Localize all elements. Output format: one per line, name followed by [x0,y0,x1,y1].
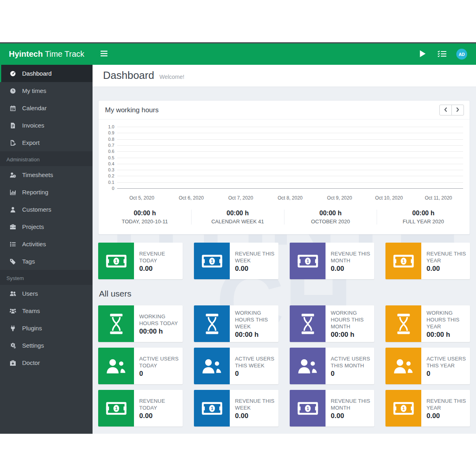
hourglass-icon [98,305,134,342]
svg-text:1: 1 [402,406,404,410]
y-axis-tick-label: 0.8 [108,137,114,142]
tile-label: REVENUE THIS MONTH [331,250,372,264]
y-axis-tick-label: 0.2 [108,173,114,178]
brand-bold: Hyintech [9,49,43,59]
stat-value: 00:00 h [284,210,377,217]
chart-next-button[interactable] [451,105,464,115]
tile-value: 0 [235,370,276,378]
brand-logo[interactable]: Hyintech Time Track [0,43,93,65]
tile-body: ACTIVE USERS TODAY0 [134,348,183,384]
users-group-icon [290,348,326,384]
medical-icon [9,360,17,366]
hamburger-icon [101,51,107,58]
x-axis-tick-label: Oct 8, 2020 [266,195,315,201]
tile-active-users-this-week: ACTIVE USERS THIS WEEK0 [194,348,278,384]
y-axis-tick-label: 0.7 [108,143,114,148]
tile-revenue-this-week: 1REVENUE THIS WEEK0.00 [194,390,278,427]
sidebar-item-reporting[interactable]: Reporting [0,183,93,201]
export-icon [9,140,17,146]
chart-prev-button[interactable] [439,105,452,115]
money-bill-icon: 1 [290,390,326,427]
chart-gridline [117,176,463,176]
sidebar-item-projects[interactable]: Projects [0,218,93,235]
tile-value: 0.00 [235,265,276,273]
stat-label: CALENDAR WEEK 41 [192,218,284,225]
clock-icon [9,88,17,94]
sidebar-item-export[interactable]: Export [0,134,93,151]
stat-today-2020-10-11: 00:00 hTODAY, 2020-10-11 [99,210,191,225]
tile-body: REVENUE THIS MONTH0.00 [326,243,374,279]
sidebar-item-settings[interactable]: Settings [0,337,93,354]
y-axis-tick-label: 0.9 [108,130,114,135]
tile-label: WORKING HOURS THIS MONTH [331,309,372,330]
x-axis-labels: Oct 5, 2020Oct 6, 2020Oct 7, 2020Oct 8, … [117,195,463,201]
y-axis-tick-label: 0.5 [108,155,114,160]
stat-label: TODAY, 2020-10-11 [99,218,191,225]
app-window: Hyintech Time Track AD DashboardMy times… [0,42,476,434]
sidebar-item-label: Tags [22,258,35,265]
users-group-icon [194,348,230,384]
sidebar-item-invoices[interactable]: Invoices [0,117,93,134]
tile-body: WORKING HOURS TODAY00:00 h [134,305,183,342]
sidebar-item-teams[interactable]: Teams [0,302,93,319]
sidebar-item-calendar[interactable]: Calendar [0,99,93,117]
tile-active-users-this-year: ACTIVE USERS THIS YEAR0 [385,348,470,384]
tile-value: 0 [427,370,468,378]
money-bill-icon: 1 [194,390,230,427]
sidebar-toggle-button[interactable] [99,49,109,59]
chart-gridline [117,139,463,140]
chart-card-header: My working hours [99,101,470,120]
y-axis-tick-label: 0.6 [108,149,114,154]
y-axis-tick-label: 0.3 [108,167,114,172]
sidebar-item-label: Reporting [22,189,48,196]
play-icon [419,50,426,59]
hourglass-icon [290,305,326,342]
sidebar-item-label: Users [22,290,38,297]
sidebar-item-label: Customers [22,206,52,213]
sidebar-item-doctor[interactable]: Doctor [0,354,93,371]
tile-value: 0.00 [331,265,372,273]
tasks-list-button[interactable] [436,49,448,60]
gears-icon [9,342,17,349]
sidebar-item-label: Settings [22,342,44,349]
tile-value: 00:00 h [427,331,468,339]
plug-icon [9,325,17,332]
topbar-main: AD [93,43,476,65]
revenue-tiles-row: 1REVENUE TODAY0.001REVENUE THIS WEEK0.00… [98,243,470,279]
sidebar-section-system: System [0,270,93,285]
tile-body: WORKING HOURS THIS YEAR00:00 h [421,305,470,342]
tile-label: WORKING HOURS TODAY [139,313,180,327]
sidebar-item-customers[interactable]: Customers [0,201,93,218]
tile-body: ACTIVE USERS THIS YEAR0 [421,348,470,384]
sidebar-item-users[interactable]: Users [0,285,93,302]
x-axis-tick-label: Oct 11, 2020 [414,195,463,201]
tile-revenue-this-year: 1REVENUE THIS YEAR0.00 [385,390,470,427]
tile-revenue-this-month: 1REVENUE THIS MONTH0.00 [290,243,374,279]
sidebar-item-dashboard[interactable]: Dashboard [0,65,93,82]
x-axis-tick-label: Oct 5, 2020 [117,195,167,201]
sidebar-item-my-times[interactable]: My times [0,82,93,99]
sidebar-item-tags[interactable]: Tags [0,253,93,270]
chevron-left-icon [444,107,447,113]
y-axis-tick-label: 0 [112,186,114,191]
tile-label: ACTIVE USERS THIS WEEK [235,355,276,369]
tile-value: 0.00 [235,412,276,420]
sidebar-item-plugins[interactable]: Plugins [0,319,93,337]
sidebar-item-activities[interactable]: Activities [0,235,93,253]
chart-gridline [117,151,463,152]
tile-body: REVENUE THIS WEEK0.00 [230,243,278,279]
tile-label: REVENUE THIS WEEK [235,250,276,264]
tile-value: 0.00 [331,412,372,420]
chart-gridline [117,133,463,133]
sidebar-item-timesheets[interactable]: Timesheets [0,166,93,183]
money-bill-icon: 1 [194,243,230,279]
users-group-icon [385,348,421,384]
timer-play-button[interactable] [418,48,428,60]
briefcase-icon [9,224,17,230]
chart-gridline [117,145,463,146]
avatar[interactable]: AD [456,49,467,60]
tile-revenue-this-year: 1REVENUE THIS YEAR0.00 [385,243,470,279]
tile-body: REVENUE THIS YEAR0.00 [421,390,470,427]
tile-value: 0.00 [427,412,468,420]
page-subtitle: Welcome! [159,74,184,80]
